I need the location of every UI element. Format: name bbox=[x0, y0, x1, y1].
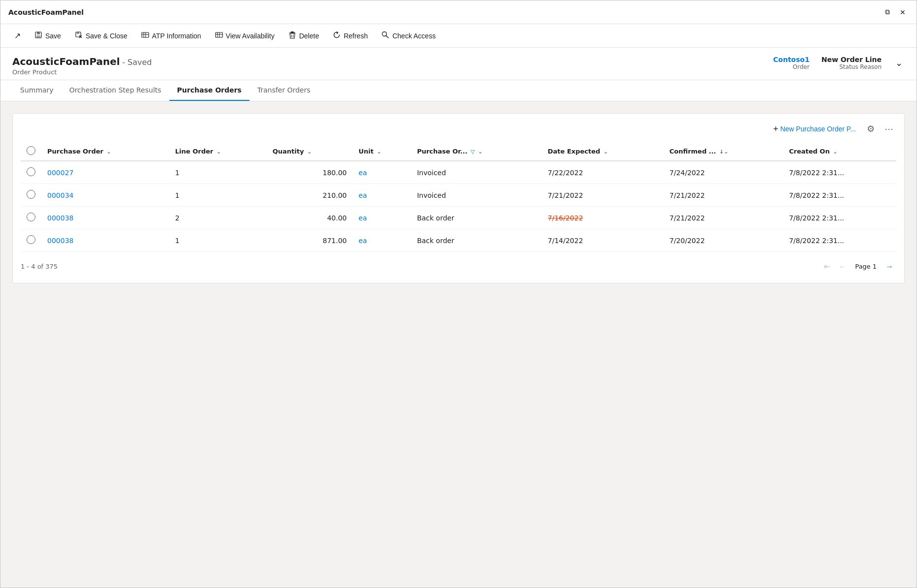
content-area: + New Purchase Order P... ⚙ ⋯ Purchase O… bbox=[0, 101, 917, 588]
unit-cell[interactable]: ea bbox=[353, 229, 411, 252]
select-all-header[interactable] bbox=[21, 142, 41, 161]
save-close-icon bbox=[75, 31, 83, 41]
save-close-label: Save & Close bbox=[86, 32, 127, 40]
row-checkbox-cell[interactable] bbox=[21, 229, 41, 252]
table-row: 000038 2 40.00 ea Back order 7/16/2022 7… bbox=[21, 207, 896, 229]
main-window: AcousticFoamPanel ⧉ ✕ ↗ Save bbox=[0, 0, 917, 588]
pagination-info: 1 - 4 of 375 bbox=[21, 263, 58, 270]
record-saved-status: - Saved bbox=[122, 58, 152, 67]
tab-orchestration[interactable]: Orchestration Step Results bbox=[62, 80, 169, 101]
new-purchase-order-label: New Purchase Order P... bbox=[780, 125, 856, 133]
row-checkbox-cell[interactable] bbox=[21, 161, 41, 184]
date-expected-cell-strikethrough: 7/16/2022 bbox=[548, 214, 583, 222]
close-button[interactable]: ✕ bbox=[897, 6, 909, 18]
record-info: AcousticFoamPanel - Saved Order Product bbox=[12, 56, 152, 76]
tab-transfer-orders[interactable]: Transfer Orders bbox=[250, 80, 318, 101]
atp-info-button[interactable]: ATP Information bbox=[135, 28, 207, 44]
first-page-button[interactable]: ⇤ bbox=[821, 260, 833, 273]
status-cell: Invoiced bbox=[411, 161, 542, 184]
purchase-orders-table: Purchase Order ⌄ Line Order ⌄ Quantity ⌄ bbox=[21, 142, 896, 252]
col-header-line-order[interactable]: Line Order ⌄ bbox=[169, 142, 267, 161]
window-title: AcousticFoamPanel bbox=[8, 8, 84, 16]
grid-more-button[interactable]: ⋯ bbox=[882, 122, 896, 136]
svg-rect-4 bbox=[77, 32, 79, 34]
record-order-meta: Contoso1 Order bbox=[773, 56, 810, 70]
record-order-link[interactable]: Contoso1 bbox=[773, 56, 810, 63]
tab-summary[interactable]: Summary bbox=[12, 80, 62, 101]
atp-info-label: ATP Information bbox=[152, 32, 201, 40]
atp-info-icon bbox=[141, 31, 149, 41]
grid-settings-button[interactable]: ⚙ bbox=[864, 122, 878, 136]
svg-rect-16 bbox=[289, 32, 295, 33]
view-availability-label: View Availability bbox=[226, 32, 275, 40]
svg-rect-2 bbox=[36, 35, 40, 38]
row-checkbox[interactable] bbox=[27, 190, 35, 199]
status-cell: Invoiced bbox=[411, 184, 542, 207]
record-expand-button[interactable]: ⌄ bbox=[893, 56, 905, 70]
save-label: Save bbox=[45, 32, 61, 40]
refresh-icon bbox=[333, 31, 341, 41]
external-link-button[interactable]: ↗ bbox=[8, 28, 27, 43]
check-access-label: Check Access bbox=[392, 32, 436, 40]
row-checkbox-cell[interactable] bbox=[21, 184, 41, 207]
save-close-button[interactable]: Save & Close bbox=[69, 28, 133, 44]
table-body: 000027 1 180.00 ea Invoiced 7/22/2022 7/… bbox=[21, 161, 896, 252]
quantity-cell: 180.00 bbox=[267, 161, 353, 184]
purchase-order-cell[interactable]: 000034 bbox=[41, 184, 169, 207]
refresh-button[interactable]: Refresh bbox=[327, 28, 374, 44]
status-sort-icon: ⌄ bbox=[478, 149, 482, 155]
row-checkbox[interactable] bbox=[27, 235, 35, 244]
svg-rect-7 bbox=[142, 32, 149, 37]
record-header: AcousticFoamPanel - Saved Order Product … bbox=[0, 48, 917, 80]
purchase-order-cell[interactable]: 000038 bbox=[41, 229, 169, 252]
quantity-cell: 871.00 bbox=[267, 229, 353, 252]
confirmed-cell: 7/20/2022 bbox=[664, 229, 783, 252]
tab-purchase-orders[interactable]: Purchase Orders bbox=[169, 80, 250, 101]
purchase-order-cell[interactable]: 000038 bbox=[41, 207, 169, 229]
table-header-row: Purchase Order ⌄ Line Order ⌄ Quantity ⌄ bbox=[21, 142, 896, 161]
col-header-unit[interactable]: Unit ⌄ bbox=[353, 142, 411, 161]
line-order-sort-icon: ⌄ bbox=[217, 149, 221, 155]
select-all-checkbox[interactable] bbox=[27, 146, 35, 155]
row-checkbox[interactable] bbox=[27, 213, 35, 221]
quantity-sort-icon: ⌄ bbox=[307, 149, 312, 155]
pagination-controls: ⇤ ← Page 1 → bbox=[821, 260, 896, 273]
restore-button[interactable]: ⧉ bbox=[882, 6, 893, 18]
view-availability-button[interactable]: View Availability bbox=[209, 28, 281, 44]
date-expected-sort-icon: ⌄ bbox=[603, 149, 608, 155]
title-bar: AcousticFoamPanel ⧉ ✕ bbox=[0, 0, 917, 24]
record-status-meta: New Order Line Status Reason bbox=[822, 56, 882, 70]
record-title-row: AcousticFoamPanel - Saved bbox=[12, 56, 152, 67]
save-button[interactable]: Save bbox=[29, 28, 67, 44]
pagination: 1 - 4 of 375 ⇤ ← Page 1 → bbox=[21, 258, 896, 275]
col-header-purchase-order[interactable]: Purchase Order ⌄ bbox=[41, 142, 169, 161]
col-header-confirmed[interactable]: Confirmed ... ↓⌄ bbox=[664, 142, 783, 161]
record-subtitle: Order Product bbox=[12, 68, 152, 76]
col-header-quantity[interactable]: Quantity ⌄ bbox=[267, 142, 353, 161]
confirmed-sort-icon: ↓⌄ bbox=[719, 149, 728, 155]
svg-rect-1 bbox=[37, 32, 40, 34]
unit-cell[interactable]: ea bbox=[353, 207, 411, 229]
col-header-date-expected[interactable]: Date Expected ⌄ bbox=[542, 142, 664, 161]
quantity-cell: 40.00 bbox=[267, 207, 353, 229]
grid-toolbar: + New Purchase Order P... ⚙ ⋯ bbox=[21, 122, 896, 136]
record-title: AcousticFoamPanel bbox=[12, 56, 120, 67]
date-expected-cell: 7/21/2022 bbox=[542, 184, 664, 207]
prev-page-button[interactable]: ← bbox=[835, 260, 849, 273]
col-header-created-on[interactable]: Created On ⌄ bbox=[783, 142, 896, 161]
col-header-status[interactable]: Purchase Or... ▽ ⌄ bbox=[411, 142, 542, 161]
table-row: 000038 1 871.00 ea Back order 7/14/2022 … bbox=[21, 229, 896, 252]
table-row: 000034 1 210.00 ea Invoiced 7/21/2022 7/… bbox=[21, 184, 896, 207]
unit-cell[interactable]: ea bbox=[353, 184, 411, 207]
row-checkbox-cell[interactable] bbox=[21, 207, 41, 229]
new-purchase-order-button[interactable]: + New Purchase Order P... bbox=[769, 122, 860, 136]
check-access-button[interactable]: Check Access bbox=[376, 28, 442, 44]
record-status-label: Status Reason bbox=[839, 63, 882, 70]
unit-cell[interactable]: ea bbox=[353, 161, 411, 184]
delete-button[interactable]: Delete bbox=[283, 28, 325, 44]
purchase-order-cell[interactable]: 000027 bbox=[41, 161, 169, 184]
save-icon bbox=[34, 31, 42, 41]
external-link-icon: ↗ bbox=[14, 31, 21, 40]
next-page-button[interactable]: → bbox=[883, 260, 896, 273]
row-checkbox[interactable] bbox=[27, 167, 35, 176]
